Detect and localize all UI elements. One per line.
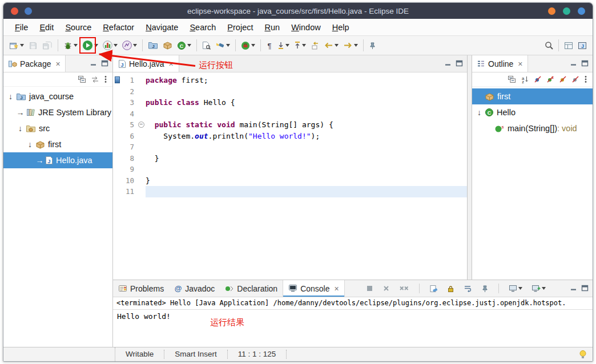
dropdown-caret-icon[interactable] xyxy=(302,44,306,47)
menu-refactor[interactable]: Refactor xyxy=(97,20,140,35)
pin-console-button[interactable] xyxy=(480,283,490,294)
dropdown-caret-icon[interactable] xyxy=(94,44,98,47)
dropdown-caret-icon[interactable] xyxy=(518,287,522,290)
menu-run[interactable]: Run xyxy=(259,20,286,35)
java-perspective-button[interactable]: J xyxy=(576,40,589,51)
hide-local-types-button[interactable] xyxy=(571,75,579,83)
external-tools-button[interactable] xyxy=(239,39,257,52)
tab-javadoc[interactable]: @Javadoc xyxy=(169,280,220,297)
back-button[interactable] xyxy=(322,40,340,51)
titlebar-button-left-1[interactable] xyxy=(11,7,18,15)
collapse-arrow-icon[interactable]: ↓ xyxy=(6,92,15,101)
pin-editor-button[interactable] xyxy=(367,40,378,51)
close-editor-tab-icon[interactable]: × xyxy=(168,59,173,68)
new-package-button[interactable] xyxy=(161,39,174,51)
link-with-editor-button[interactable] xyxy=(91,76,99,83)
dropdown-caret-icon[interactable] xyxy=(20,44,24,47)
dropdown-caret-icon[interactable] xyxy=(354,44,358,47)
titlebar-button-right-3[interactable] xyxy=(578,7,585,15)
display-selected-console-button[interactable] xyxy=(507,283,524,294)
save-all-button[interactable] xyxy=(41,39,54,52)
open-perspective-button[interactable] xyxy=(562,40,575,51)
dropdown-caret-icon[interactable] xyxy=(285,44,289,47)
debug-button[interactable] xyxy=(62,39,79,52)
open-console-button[interactable] xyxy=(530,283,547,294)
menu-navigate[interactable]: Navigate xyxy=(140,20,184,35)
collapse-all-button[interactable] xyxy=(78,75,86,83)
minimize-view-icon[interactable] xyxy=(444,59,452,69)
minimize-view-icon[interactable] xyxy=(90,59,97,69)
hide-fields-button[interactable] xyxy=(534,75,542,83)
menu-edit[interactable]: Edit xyxy=(34,20,59,35)
search-button[interactable] xyxy=(214,39,232,52)
collapse-arrow-icon[interactable]: ↓ xyxy=(15,124,25,133)
terminate-button[interactable] xyxy=(364,283,375,294)
forward-button[interactable] xyxy=(341,40,360,51)
menu-project[interactable]: Project xyxy=(222,20,259,35)
coverage-button[interactable] xyxy=(101,39,119,52)
new-class-button[interactable]: C xyxy=(175,39,193,52)
title-bar[interactable]: eclipse-workspace - java_course/src/firs… xyxy=(3,3,593,19)
menu-search[interactable]: Search xyxy=(184,20,222,35)
editor-outline-sash[interactable] xyxy=(468,55,472,280)
new-wizard-button[interactable] xyxy=(7,39,26,52)
tab-problems[interactable]: Problems xyxy=(113,280,169,297)
hide-non-public-members-button[interactable] xyxy=(559,75,567,83)
clear-console-button[interactable] xyxy=(428,283,440,294)
collapse-arrow-icon[interactable]: ↓ xyxy=(474,108,484,117)
menu-file[interactable]: File xyxy=(9,20,34,35)
collapse-all-button[interactable] xyxy=(508,75,516,83)
run-button[interactable] xyxy=(80,38,100,52)
word-wrap-button[interactable] xyxy=(462,283,474,294)
tree-item-first[interactable]: ↓first xyxy=(3,136,112,152)
menu-help[interactable]: Help xyxy=(327,20,355,35)
close-tab-icon[interactable]: × xyxy=(335,284,339,293)
tab-declaration[interactable]: Declaration xyxy=(220,280,283,297)
tree-item-src[interactable]: ↓src xyxy=(3,120,112,136)
expand-arrow-icon[interactable]: → xyxy=(35,156,45,165)
titlebar-button-left-2[interactable] xyxy=(25,7,32,15)
view-menu-button[interactable] xyxy=(584,75,587,83)
sort-button[interactable]: az xyxy=(521,75,529,83)
quick-access-search-button[interactable] xyxy=(543,39,555,51)
maximize-view-icon[interactable] xyxy=(101,59,108,69)
open-type-button[interactable] xyxy=(200,39,212,51)
tree-item-hello-java[interactable]: →JHello.java xyxy=(3,152,112,168)
outline-item-main-string[interactable]: smain(String[]) : void xyxy=(472,120,593,136)
new-java-project-button[interactable]: J xyxy=(146,39,160,51)
dropdown-caret-icon[interactable] xyxy=(251,44,255,47)
maximize-view-icon[interactable] xyxy=(456,59,463,69)
next-annotation-button[interactable] xyxy=(276,39,291,51)
dropdown-caret-icon[interactable] xyxy=(74,44,78,47)
editor-tab-hello-java[interactable]: J Hello.java × xyxy=(113,55,179,72)
close-view-icon[interactable]: × xyxy=(518,59,522,68)
show-whitespace-button[interactable]: ¶ xyxy=(264,39,275,51)
dropdown-caret-icon[interactable] xyxy=(335,44,339,47)
outline-item-first[interactable]: first xyxy=(472,88,593,104)
view-menu-button[interactable] xyxy=(104,75,107,83)
dropdown-caret-icon[interactable] xyxy=(542,287,546,290)
outline-tab[interactable]: Outline × xyxy=(472,55,528,72)
console-output[interactable]: Hello world! xyxy=(113,310,593,347)
menu-window[interactable]: Window xyxy=(285,20,327,35)
titlebar-button-right-1[interactable] xyxy=(548,7,555,15)
dropdown-caret-icon[interactable] xyxy=(133,44,137,47)
tab-console[interactable]: Console× xyxy=(283,280,345,297)
remove-launch-button[interactable] xyxy=(381,283,392,294)
scroll-lock-button[interactable] xyxy=(445,283,456,294)
collapse-arrow-icon[interactable]: ↓ xyxy=(25,140,35,149)
tree-item-jre-system-library[interactable]: →JRE System Library xyxy=(3,104,112,120)
notification-bulb-icon[interactable] xyxy=(579,350,587,359)
code-editor[interactable]: 1package first;23public class Hello {45−… xyxy=(113,72,467,280)
tree-item-java-course[interactable]: ↓Jjava_course xyxy=(3,88,112,104)
maximize-view-icon[interactable] xyxy=(581,284,589,294)
hide-static-members-button[interactable]: s xyxy=(546,75,554,83)
expand-arrow-icon[interactable]: → xyxy=(15,108,25,117)
close-view-icon[interactable]: × xyxy=(55,59,60,68)
save-button[interactable] xyxy=(27,39,39,52)
remove-all-launches-button[interactable] xyxy=(397,283,411,294)
prev-annotation-button[interactable] xyxy=(292,39,308,51)
fold-collapse-icon[interactable]: − xyxy=(138,122,144,128)
profile-button[interactable] xyxy=(120,39,139,52)
maximize-view-icon[interactable] xyxy=(581,59,589,69)
